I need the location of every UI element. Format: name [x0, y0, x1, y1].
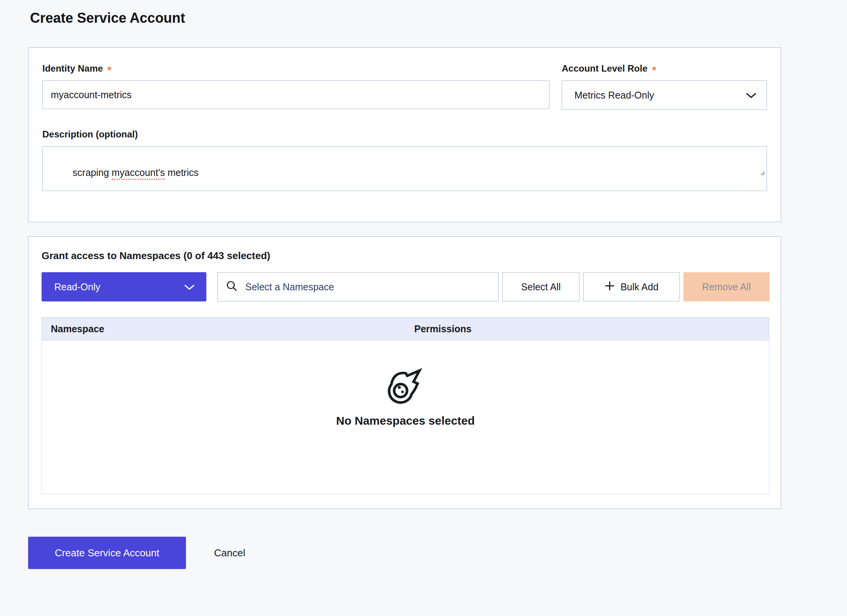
create-service-account-page: Create Service Account Identity Name Acc… — [0, 0, 847, 569]
empty-state-message: No Namespaces selected — [336, 414, 475, 427]
permission-role-value: Read-Only — [54, 281, 100, 293]
account-level-role-label: Account Level Role — [562, 63, 767, 74]
bulk-add-button[interactable]: Bulk Add — [583, 272, 680, 301]
description-field: Description (optional) scraping myaccoun… — [42, 129, 767, 191]
select-all-label: Select All — [521, 281, 561, 293]
resize-grip-icon[interactable] — [733, 156, 765, 189]
namespaces-table-header: Namespace Permissions — [42, 317, 769, 340]
required-dot-icon — [107, 67, 111, 70]
description-label-text: Description (optional) — [42, 129, 138, 140]
create-service-account-button[interactable]: Create Service Account — [28, 537, 186, 569]
column-header-namespace: Namespace — [42, 323, 405, 335]
account-level-role-field: Account Level Role Metrics Read-Only — [562, 63, 767, 110]
select-all-button[interactable]: Select All — [502, 272, 579, 301]
identity-name-field: Identity Name — [42, 63, 549, 110]
comet-icon — [387, 367, 424, 406]
service-account-form-card: Identity Name Account Level Role Metrics… — [28, 47, 781, 222]
namespaces-table-body: No Namespaces selected — [42, 340, 769, 494]
description-text: scraping — [73, 167, 112, 178]
namespace-search-input[interactable] — [244, 281, 490, 293]
identity-name-label: Identity Name — [42, 63, 549, 74]
chevron-down-icon — [746, 90, 757, 101]
required-dot-icon — [652, 67, 656, 70]
description-misspelled-text: myaccount's — [112, 167, 165, 180]
description-textarea[interactable]: scraping myaccount's metrics — [42, 146, 767, 191]
grant-namespaces-heading: Grant access to Namespaces (0 of 443 sel… — [42, 250, 769, 262]
identity-name-input[interactable] — [42, 80, 549, 109]
column-header-permissions: Permissions — [405, 323, 769, 335]
grant-namespaces-card: Grant access to Namespaces (0 of 443 sel… — [28, 236, 781, 509]
remove-all-label: Remove All — [702, 281, 751, 293]
chevron-down-icon — [184, 281, 195, 293]
remove-all-button[interactable]: Remove All — [683, 272, 770, 301]
namespaces-table: Namespace Permissions No Namespaces sele… — [42, 317, 769, 494]
namespace-controls: Read-Only Select All — [42, 272, 769, 301]
account-level-role-select[interactable]: Metrics Read-Only — [562, 80, 767, 110]
plus-icon — [604, 281, 615, 293]
account-level-role-label-text: Account Level Role — [562, 63, 648, 74]
page-title: Create Service Account — [30, 10, 847, 26]
account-level-role-value: Metrics Read-Only — [574, 90, 654, 101]
description-text: metrics — [165, 167, 199, 178]
description-label: Description (optional) — [42, 129, 767, 140]
bulk-add-label: Bulk Add — [621, 281, 659, 293]
search-icon — [226, 280, 238, 294]
footer-actions: Create Service Account Cancel — [28, 537, 847, 569]
cancel-button[interactable]: Cancel — [212, 547, 248, 559]
identity-name-label-text: Identity Name — [42, 63, 103, 74]
namespace-search[interactable] — [218, 272, 499, 301]
permission-role-dropdown[interactable]: Read-Only — [42, 272, 206, 301]
